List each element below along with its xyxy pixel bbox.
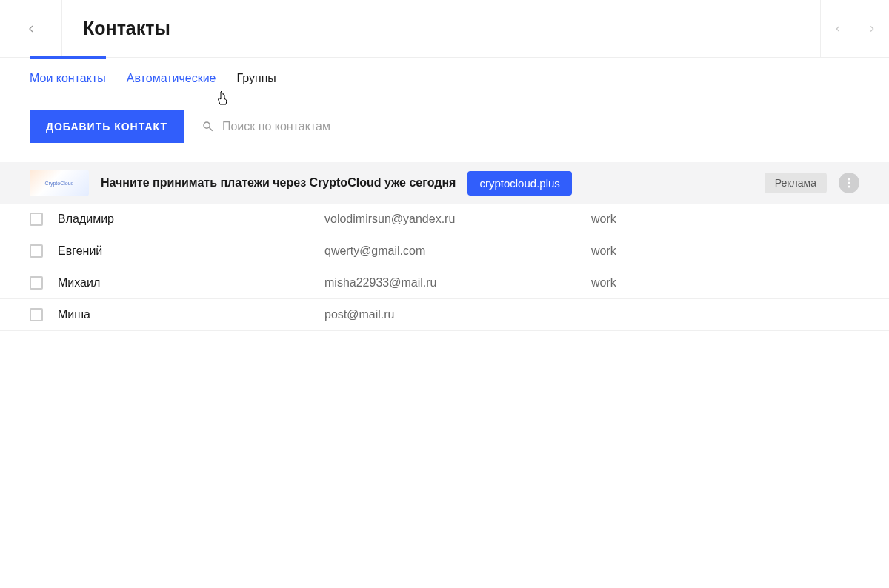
contact-tag: work: [591, 276, 616, 290]
search-icon: [202, 120, 215, 133]
header: Контакты: [0, 0, 889, 58]
tab-groups[interactable]: Группы: [237, 57, 276, 93]
svg-point-2: [848, 185, 850, 187]
tab-my-contacts[interactable]: Мои контакты: [30, 57, 106, 93]
tab-automatic[interactable]: Автоматические: [127, 57, 216, 93]
search-input[interactable]: [222, 120, 859, 133]
contact-name: Евгений: [58, 244, 310, 258]
page-title: Контакты: [62, 18, 820, 39]
contact-email: volodimirsun@yandex.ru: [324, 213, 576, 226]
row-checkbox[interactable]: [30, 308, 43, 321]
ad-link-button[interactable]: cryptocloud.plus: [467, 171, 571, 196]
contact-name: Михаил: [58, 276, 310, 290]
nav-prev-button[interactable]: [821, 0, 855, 57]
ad-more-button[interactable]: [839, 173, 859, 193]
contact-row[interactable]: Владимир volodimirsun@yandex.ru work: [0, 204, 889, 235]
ad-text: Начните принимать платежи через CryptoCl…: [101, 176, 456, 190]
ad-thumbnail[interactable]: CryptoCloud: [30, 170, 89, 196]
ad-banner: CryptoCloud Начните принимать платежи че…: [0, 162, 889, 204]
chevron-left-icon: [833, 24, 843, 34]
nav-arrows: [820, 0, 889, 57]
row-checkbox[interactable]: [30, 244, 43, 258]
row-checkbox[interactable]: [30, 276, 43, 290]
contact-row[interactable]: Миша post@mail.ru: [0, 298, 889, 330]
more-vertical-icon: [848, 178, 850, 188]
chevron-right-icon: [867, 24, 877, 34]
add-contact-button[interactable]: ДОБАВИТЬ КОНТАКТ: [30, 110, 184, 143]
svg-point-1: [848, 181, 850, 184]
nav-next-button[interactable]: [855, 0, 889, 57]
toolbar: ДОБАВИТЬ КОНТАКТ: [0, 93, 889, 162]
svg-point-0: [848, 178, 850, 180]
contact-row[interactable]: Евгений qwerty@gmail.com work: [0, 235, 889, 267]
contact-email: qwerty@gmail.com: [324, 244, 576, 258]
chevron-left-icon: [25, 23, 37, 35]
ad-thumb-text: CryptoCloud: [45, 181, 74, 186]
contact-tag: work: [591, 213, 616, 226]
contact-name: Миша: [58, 308, 310, 321]
back-button[interactable]: [0, 0, 62, 57]
tabs: Мои контакты Автоматические Группы: [0, 57, 889, 93]
contact-row[interactable]: Михаил misha22933@mail.ru work: [0, 267, 889, 298]
contact-list: Владимир volodimirsun@yandex.ru work Евг…: [0, 204, 889, 331]
contact-email: misha22933@mail.ru: [324, 276, 576, 290]
contact-tag: work: [591, 244, 616, 258]
contact-name: Владимир: [58, 213, 310, 226]
ad-badge: Реклама: [765, 173, 827, 193]
search-wrap: [202, 120, 859, 133]
row-checkbox[interactable]: [30, 213, 43, 226]
contact-email: post@mail.ru: [324, 308, 576, 321]
